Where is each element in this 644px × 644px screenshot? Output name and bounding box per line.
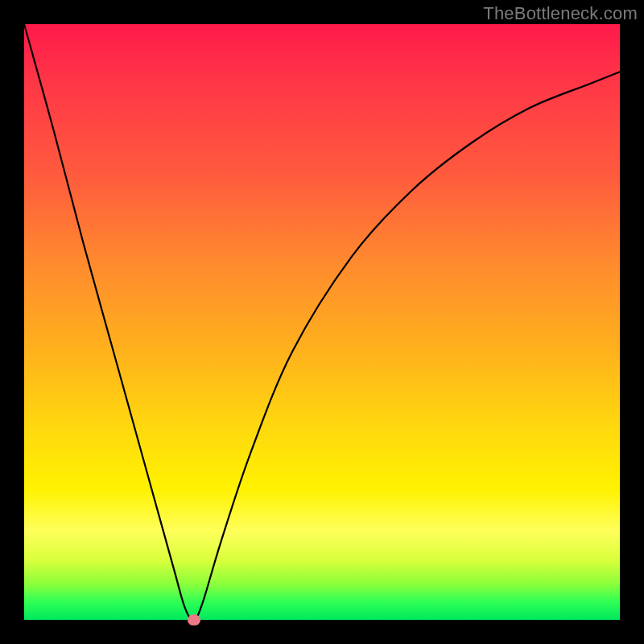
sweet-spot-marker xyxy=(188,614,200,625)
watermark-text: TheBottleneck.com xyxy=(483,3,638,24)
curve-svg xyxy=(24,24,620,620)
bottleneck-curve-path xyxy=(24,24,620,620)
chart-frame: TheBottleneck.com xyxy=(0,0,644,644)
plot-area xyxy=(24,24,620,620)
